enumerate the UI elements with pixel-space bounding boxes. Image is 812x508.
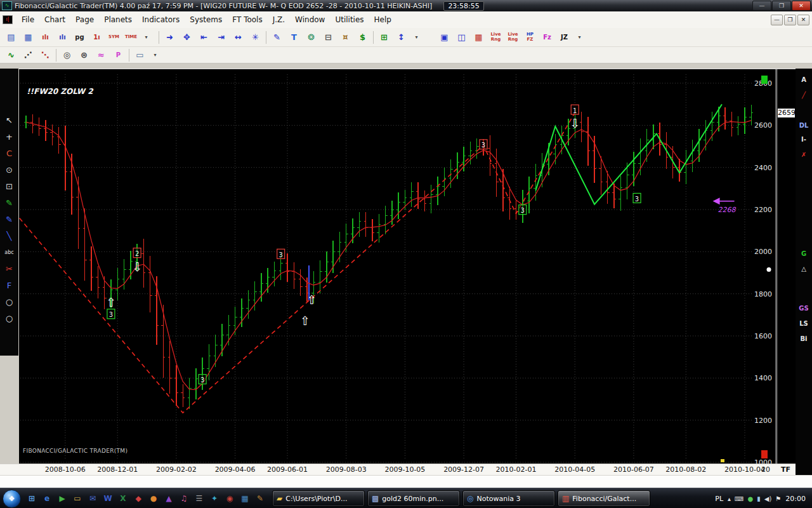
volume-icon[interactable]: ◀) (764, 495, 772, 502)
explorer-folder-icon[interactable]: ▭ (70, 491, 84, 505)
text-note-icon[interactable]: T (285, 30, 303, 45)
quotes-book-icon[interactable]: ¤ (337, 30, 354, 45)
panel-g-button[interactable]: G (796, 250, 812, 257)
minimize-button[interactable]: — (752, 1, 771, 11)
flag-icon[interactable]: ⚑ (775, 495, 781, 502)
start-button[interactable]: ❖ (3, 490, 21, 508)
panel-dl-button[interactable]: DL (796, 122, 812, 129)
live-range-icon[interactable]: LiveRng (487, 30, 504, 45)
browser-icon[interactable]: e (40, 491, 54, 505)
list-icon[interactable]: ☰ (192, 491, 206, 505)
excel-icon[interactable]: X (116, 491, 130, 505)
panel-red-x-icon[interactable]: ✗ (796, 151, 812, 158)
panel-gs-button[interactable]: GS (796, 305, 812, 312)
panel-a-button[interactable]: A (796, 76, 812, 83)
fit-chart-icon[interactable]: ✳ (247, 30, 264, 45)
expand-scale-icon[interactable]: ↔ (230, 30, 247, 45)
trendline-tool[interactable]: ╲ (2, 229, 17, 243)
menu-indicators[interactable]: Indicators (137, 13, 185, 26)
fibonacci-tool[interactable]: F (2, 278, 17, 292)
chart-canvas[interactable]: 2⇩3⇧33331⇩3⇧⇧226828002600240022002000180… (19, 69, 776, 464)
pointer-tool[interactable]: ↖ (2, 113, 17, 127)
multi-chart-2-icon[interactable]: ◫ (453, 30, 470, 45)
app-red-icon[interactable]: ◆ (131, 491, 145, 505)
menu-utilities[interactable]: Utilities (330, 13, 369, 26)
price-scale-icon[interactable]: ↕ (393, 30, 410, 45)
task-explorer[interactable]: ▰C:\Users\Piotr\D... (272, 490, 365, 507)
astro-icon[interactable]: ❂ (303, 30, 320, 45)
dots-tool-icon[interactable]: ⋰ (20, 48, 37, 63)
panel-bi-button[interactable]: Bi (796, 335, 812, 342)
show-desktop-icon[interactable]: ⊞ (25, 491, 39, 505)
panel-i-button[interactable]: I- (796, 136, 812, 143)
app-orange-icon[interactable]: ● (147, 491, 160, 505)
jz-dropdown[interactable]: ▾ (573, 30, 590, 45)
weekly-bars-icon[interactable]: ılı (54, 30, 71, 45)
time-icon[interactable]: TIME (122, 30, 140, 45)
dollar-icon[interactable]: $ (354, 30, 371, 45)
pencil-green-tool[interactable]: ✎ (2, 196, 17, 210)
jump-end-icon[interactable]: ⇥ (213, 30, 230, 45)
red-grid-icon[interactable]: ▦ (470, 30, 487, 45)
menu-chart[interactable]: Chart (39, 13, 70, 26)
timeframe-label[interactable]: TF (781, 465, 790, 474)
pan-right-icon[interactable]: ➜ (161, 30, 178, 45)
chart-type-dropdown[interactable]: ▾ (140, 30, 157, 45)
media-player-icon[interactable]: ▶ (55, 491, 69, 505)
menu-window[interactable]: Window (290, 13, 330, 26)
scale-dropdown[interactable]: ▾ (410, 30, 427, 45)
task-image-viewer[interactable]: ▩gold2 60min.pn... (367, 490, 460, 507)
network-icon[interactable]: ▮ (757, 495, 761, 502)
planet-p-icon[interactable]: P (110, 48, 127, 63)
mail-icon[interactable]: ✉ (86, 491, 100, 505)
panel-ls-button[interactable]: LS (796, 320, 812, 327)
mdi-minimize-button[interactable]: — (771, 15, 783, 25)
mdi-close-button[interactable]: ✕ (797, 15, 809, 25)
record-icon[interactable]: ◉ (223, 491, 237, 505)
maximize-button[interactable]: ❐ (772, 1, 791, 11)
pencil-blue-tool[interactable]: ✎ (2, 212, 17, 226)
tools-dropdown[interactable]: ▾ (148, 48, 166, 63)
panel-triangle-icon[interactable]: △ (796, 265, 812, 272)
menu-planets[interactable]: Planets (99, 13, 137, 26)
daily-bars-icon[interactable]: ılı (37, 30, 54, 45)
menu-page[interactable]: Page (70, 13, 99, 26)
task-notowania[interactable]: ◎Notowania 3 (462, 490, 555, 507)
menu-systems[interactable]: Systems (185, 13, 227, 26)
grid-app-icon[interactable]: ▦ (238, 491, 252, 505)
5ym-icon[interactable]: 5YM (105, 30, 122, 45)
ephemeris-wave-icon[interactable]: ≈ (93, 48, 110, 63)
dots-plus-tool-icon[interactable]: ⋱ (37, 48, 54, 63)
app-purple-icon[interactable]: ▲ (162, 491, 176, 505)
multi-chart-icon[interactable]: ▣ (436, 30, 453, 45)
single-bar-icon[interactable]: 1ı (88, 30, 105, 45)
keyboard-icon[interactable]: ⌨ (735, 495, 743, 502)
circle-tool[interactable]: ○ (2, 311, 17, 325)
menu-file[interactable]: File (16, 13, 39, 26)
orbits-icon[interactable]: ◎ (58, 48, 75, 63)
pg-icon[interactable]: pg (71, 30, 88, 45)
wave-tool-icon[interactable]: ∿ (3, 48, 20, 63)
panel-red-line-icon[interactable]: ╱ (796, 91, 812, 98)
cut-tool[interactable]: ✂ (2, 262, 17, 276)
hidden-icons-chevron[interactable]: ▴ (728, 495, 731, 502)
music-icon[interactable]: ♫ (177, 491, 191, 505)
crosshair-tool[interactable]: + (2, 130, 17, 144)
menu-help[interactable]: Help (369, 13, 396, 26)
jump-start-icon[interactable]: ⇤ (195, 30, 213, 45)
text-tool[interactable]: abc (2, 245, 17, 259)
status-green-icon[interactable]: ● (747, 495, 753, 502)
pan-cross-icon[interactable]: ✥ (178, 30, 195, 45)
hp-fz-icon[interactable]: HPFZ (521, 30, 539, 45)
task-fibonacci[interactable]: ▥Fibonacci/Galact... (558, 490, 650, 507)
fz-icon[interactable]: Fz (539, 30, 556, 45)
language-indicator[interactable]: PL (715, 495, 723, 503)
app-cyan-icon[interactable]: ✦ (207, 491, 221, 505)
planet-globe-icon[interactable]: ⊛ (75, 48, 93, 63)
pen-app-icon[interactable]: ✎ (253, 491, 267, 505)
page-layout-icon[interactable]: ▦ (20, 30, 37, 45)
close-button[interactable]: ✕ (792, 1, 811, 11)
jz-icon[interactable]: JZ (556, 30, 573, 45)
live-range-2-icon[interactable]: LiveRng (504, 30, 521, 45)
print-icon[interactable]: ⊟ (320, 30, 337, 45)
